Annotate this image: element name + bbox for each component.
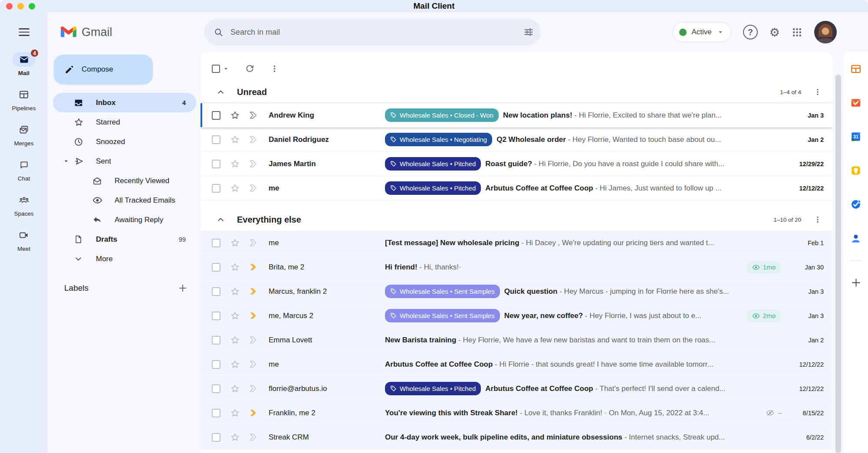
streak-mail-icon[interactable] [850,97,861,108]
email-view-tracking-badge[interactable]: 1mo [746,261,781,274]
rail-item-pipelines[interactable]: Pipelines [12,87,36,112]
star-icon[interactable] [230,311,240,321]
search-filters-icon[interactable] [523,27,534,37]
pipeline-chip[interactable]: Wholesale Sales • Negotiating [385,133,492,146]
rail-item-meet[interactable]: Meet [12,228,36,252]
email-row[interactable]: me Arbutus Coffee at Coffee Coop - Hi Fl… [201,352,832,377]
email-row[interactable]: me [Test message] New wholesale pricing … [201,231,832,255]
rail-item-mail[interactable]: 4 Mail [12,52,36,76]
star-icon[interactable] [230,359,240,369]
star-icon[interactable] [230,286,240,296]
streak-box-icon[interactable] [249,335,258,345]
star-icon[interactable] [230,432,240,442]
row-checkbox[interactable] [212,312,220,320]
sidebar-item-awaiting-reply[interactable]: Awaiting Reply [53,210,196,230]
streak-box-icon[interactable] [249,287,258,296]
star-icon[interactable] [230,238,240,248]
streak-box-icon[interactable] [249,238,258,247]
row-checkbox[interactable] [212,360,220,369]
sidebar-item-sent[interactable]: Sent [53,151,196,171]
pipeline-chip[interactable]: Wholesale Sales • Pitched [385,382,481,395]
email-row[interactable]: me Wholesale Sales • Pitched Arbutus Cof… [201,176,832,200]
status-dropdown[interactable]: Active [673,22,731,42]
row-checkbox[interactable] [212,287,220,296]
select-all-checkbox[interactable] [212,65,220,73]
email-row[interactable]: Brita, me 2 Hi friend! - Hi, thanks!· 1m… [201,255,832,279]
email-row[interactable]: Franklin, me 2 You're viewing this with … [201,401,832,425]
star-icon[interactable] [230,135,240,144]
pipeline-chip[interactable]: Wholesale Sales • Pitched [385,181,481,195]
help-button[interactable]: ? [743,25,758,39]
streak-box-icon[interactable] [249,159,258,168]
streak-box-icon[interactable] [249,360,258,369]
row-checkbox[interactable] [212,384,220,393]
row-checkbox[interactable] [212,336,220,345]
streak-box-icon[interactable] [249,408,258,417]
email-row[interactable]: Emma Lovett New Barista training - Hey F… [201,328,832,352]
sidebar-item-more[interactable]: More [53,249,196,269]
google-apps-grid-icon[interactable] [792,27,802,38]
collapse-section-icon[interactable] [216,215,225,224]
sidebar-item-drafts[interactable]: Drafts 99 [53,230,196,249]
streak-box-icon[interactable] [249,311,258,320]
email-row[interactable]: Andrew King Wholesale Sales • Closed - W… [201,103,832,128]
streak-box-icon[interactable] [249,111,258,120]
sidebar-item-snoozed[interactable]: Snoozed [53,132,196,151]
row-checkbox[interactable] [212,184,220,193]
email-view-tracking-badge[interactable]: 2mo [746,309,781,322]
star-icon[interactable] [230,262,240,272]
create-label-button[interactable] [178,283,187,293]
email-row[interactable]: Streak CRM Our 4-day work week, bulk pip… [201,425,832,450]
main-menu-button[interactable] [0,12,48,52]
collapse-section-icon[interactable] [216,88,225,97]
email-row[interactable]: florrie@arbutus.io Wholesale Sales • Pit… [201,377,832,401]
star-icon[interactable] [230,110,240,120]
email-row[interactable]: Daniel Rodriguez Wholesale Sales • Negot… [201,128,832,152]
search-icon[interactable] [214,27,224,37]
star-icon[interactable] [230,159,240,169]
streak-pipelines-icon[interactable] [850,63,861,75]
search-bar[interactable] [204,19,541,46]
row-checkbox[interactable] [212,433,220,442]
contacts-icon[interactable] [850,233,861,244]
pipeline-chip[interactable]: Wholesale Sales • Sent Samples [385,309,500,322]
get-addons-button[interactable] [851,277,861,288]
sent-expander-icon[interactable] [62,158,70,165]
sidebar-item-starred[interactable]: Starred [53,112,196,132]
email-row[interactable]: me, Marcus 2 Wholesale Sales • Sent Samp… [201,304,832,328]
star-icon[interactable] [230,408,240,418]
settings-gear-icon[interactable]: ⚙ [769,26,780,38]
list-scrollbar[interactable] [835,75,841,453]
search-input[interactable] [230,28,516,37]
more-options-button[interactable] [270,64,279,73]
row-checkbox[interactable] [212,160,220,168]
streak-box-icon[interactable] [249,384,258,393]
tasks-icon[interactable] [850,199,861,210]
sidebar-item-recently-viewed[interactable]: Recently Viewed [53,171,196,190]
pipeline-chip[interactable]: Wholesale Sales • Sent Samples [385,285,500,298]
email-row[interactable]: Marcus, franklin 2 Wholesale Sales • Sen… [201,279,832,304]
section-menu-button[interactable] [813,215,822,224]
calendar-icon[interactable]: 31 [850,131,861,142]
pipeline-chip[interactable]: Wholesale Sales • Pitched [385,157,481,171]
rail-item-spaces[interactable]: Spaces [12,193,36,217]
streak-box-icon[interactable] [249,433,258,442]
select-all-dropdown[interactable] [212,65,230,73]
compose-button[interactable]: Compose [54,55,153,84]
sidebar-item-inbox[interactable]: Inbox 4 [53,93,196,112]
star-icon[interactable] [230,183,240,193]
row-checkbox[interactable] [212,239,220,247]
star-icon[interactable] [230,335,240,345]
row-checkbox[interactable] [212,135,220,144]
account-avatar[interactable] [814,21,837,43]
streak-box-icon[interactable] [249,263,258,272]
refresh-button[interactable] [245,64,254,73]
streak-box-icon[interactable] [249,184,258,193]
rail-item-merges[interactable]: Merges [12,122,36,147]
streak-box-icon[interactable] [249,135,258,144]
row-checkbox[interactable] [212,409,220,417]
tracking-disabled-badge[interactable]: – [766,409,782,417]
star-icon[interactable] [230,384,240,394]
email-row[interactable]: James Martin Wholesale Sales • Pitched R… [201,152,832,176]
pipeline-chip[interactable]: Wholesale Sales • Closed - Won [385,108,499,122]
